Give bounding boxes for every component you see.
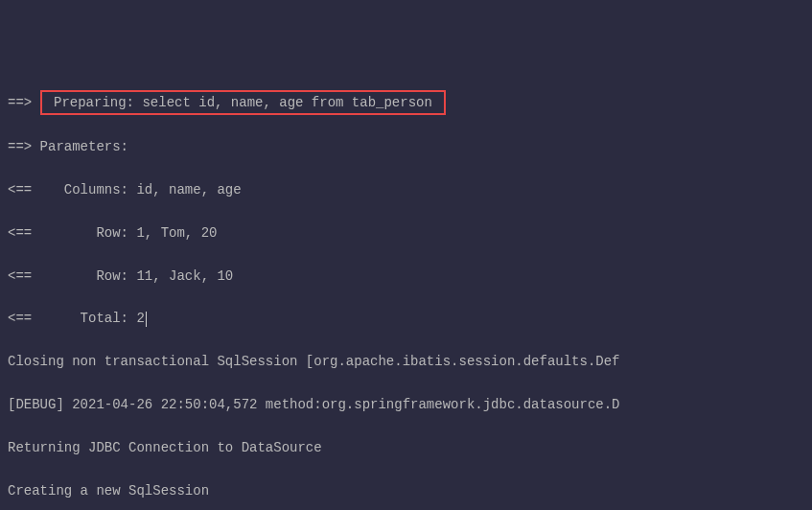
log-line: Creating a new SqlSession bbox=[8, 480, 804, 501]
log-line: <== Columns: id, name, age bbox=[8, 179, 804, 200]
log-prefix: ==> bbox=[8, 95, 40, 110]
log-line: [DEBUG] 2021-04-26 22:50:04,572 method:o… bbox=[8, 394, 804, 415]
log-text: <== Total: 2 bbox=[8, 311, 145, 326]
log-line: <== Total: 2 bbox=[8, 308, 804, 329]
log-line: <== Row: 11, Jack, 10 bbox=[8, 266, 804, 287]
log-line: ==> Preparing: select id, name, age from… bbox=[8, 90, 804, 115]
log-line: Returning JDBC Connection to DataSource bbox=[8, 437, 804, 458]
highlighted-sql-query: Preparing: select id, name, age from tab… bbox=[40, 90, 447, 115]
log-line: ==> Parameters: bbox=[8, 136, 804, 157]
log-line: <== Row: 1, Tom, 20 bbox=[8, 222, 804, 243]
log-line: Closing non transactional SqlSession [or… bbox=[8, 351, 804, 372]
text-cursor bbox=[146, 312, 147, 327]
